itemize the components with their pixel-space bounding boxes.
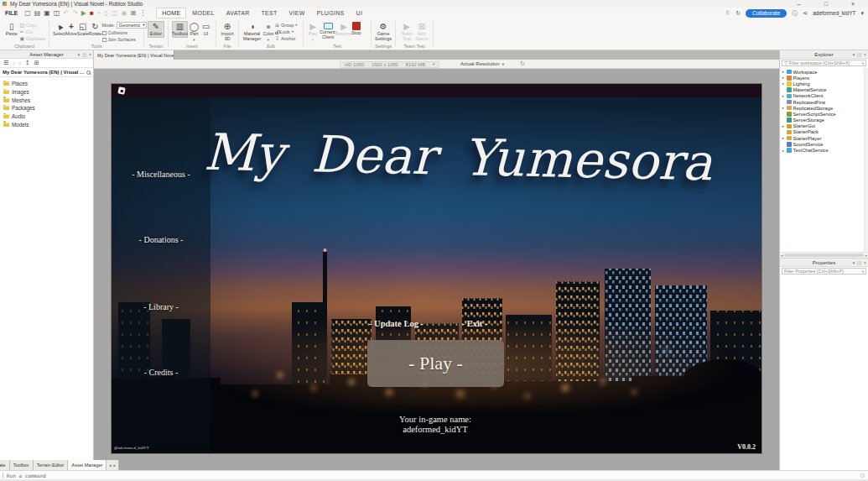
list-view-icon[interactable]: ☰ [3,60,8,66]
expand-arrow-icon[interactable]: ▸ [782,106,785,110]
panel-close-icon[interactable]: × [864,260,866,265]
explorer-item-startergui[interactable]: ▸ StarterGui [780,123,868,129]
ui-button[interactable]: ▭ UI [200,21,211,38]
toolbox-button[interactable]: ▥ Toolbox [172,21,188,38]
explorer-vertical-scrollbar[interactable] [864,68,868,252]
copy-icon[interactable]: ◫ [112,9,118,18]
paste-button[interactable]: ▯ Paste [3,21,19,38]
panel-float-icon[interactable]: ◳ [82,52,86,57]
panel-close-icon[interactable]: × [89,52,91,57]
customize-toolbar-icon[interactable]: ⋮ [139,9,146,18]
terrain-editor-button[interactable]: ✎ Editor [148,21,164,38]
explorer-item-serverscriptservice[interactable]: ServerScriptService [780,111,868,117]
scroll-left-icon[interactable]: ◂ [781,254,782,258]
device-selector[interactable]: HD 1080 1920 x 1080 8192 MB ▾ [340,61,439,68]
undo-icon[interactable]: ↶ [63,9,69,18]
menu-update-log[interactable]: - Update Log - [340,319,453,328]
scale-tool-button[interactable]: ◱ Scale [77,21,89,38]
redo-icon[interactable]: ↷ [72,9,78,18]
explorer-item-soundservice[interactable]: SoundService [780,141,868,147]
folder-meshes[interactable]: Meshes [0,96,93,104]
tab-ui[interactable]: UI [351,8,369,18]
minimize-button[interactable]: – [798,1,801,8]
import-3d-button[interactable]: ⊕ Import 3D [220,21,235,43]
stop-icon[interactable]: ■ [90,9,94,18]
new-file-icon[interactable]: ▢ [24,9,31,18]
document-tab[interactable]: My Dear Yumesora (EN) | Visual Novel × [94,50,174,60]
tab-view[interactable]: VIEW [283,8,311,18]
insert-icon[interactable]: + [97,9,101,18]
maximize-button[interactable]: □ [824,1,828,8]
menu-credits[interactable]: - Credits - [112,368,211,377]
menu-exit[interactable]: - Exit - [441,319,508,328]
folder-audio[interactable]: Audio [0,112,93,121]
tabs-scroll-right-icon[interactable]: ▸ [114,463,116,468]
expand-arrow-icon[interactable]: ▸ [782,81,785,86]
exit-game-button[interactable]: ⊠ Exit Game [414,21,429,43]
username-label[interactable]: adeformed_kidYT [813,10,855,16]
select-tool-button[interactable]: ▲ Select [53,21,65,38]
paste-icon[interactable]: ▯ [105,9,108,18]
game-settings-button[interactable]: ⚙ Game Settings [375,21,392,43]
play-button[interactable]: ▶ Play ▾ [307,21,319,43]
panel-float-icon[interactable]: ◳ [857,52,861,57]
tab-model[interactable]: MODEL [186,8,220,18]
panel-close-icon[interactable]: × [864,52,866,57]
group-button[interactable]: ⊞ Group ▾ [275,23,297,28]
expand-arrow-icon[interactable]: ▸ [782,76,785,80]
expand-arrow-icon[interactable]: ▸ [782,124,785,128]
tabs-scroll-left-icon[interactable]: ◂ [109,463,111,468]
join-surfaces-checkbox[interactable]: Join Surfaces [102,37,148,42]
expand-arrow-icon[interactable]: ▸ [782,70,785,74]
scroll-right-icon[interactable]: ▸ [865,254,867,258]
grid-view-icon[interactable]: ⊞ [34,60,39,66]
command-bar[interactable]: Run a command [0,470,868,479]
color-button[interactable]: ● Color ▾ [262,21,275,43]
menu-miscellaneous[interactable]: - Miscellaneous - [112,170,211,179]
tab-test[interactable]: TEST [256,8,283,18]
tab-plugins[interactable]: PLUGINS [311,8,351,18]
username-caret-icon[interactable]: ▾ [860,10,864,17]
roblox-menu-icon[interactable] [117,86,125,94]
folder-images[interactable]: Images [0,88,93,97]
file-menu-button[interactable]: FILE [5,10,18,16]
folder-packages[interactable]: Packages [0,104,93,112]
notifications-icon[interactable]: ⚐ [725,10,730,17]
material-manager-button[interactable]: ◑ Material Manager [242,21,262,43]
explorer-horizontal-scrollbar[interactable]: ◂ ▸ [780,252,868,258]
explorer-item-materialservice[interactable]: MaterialService [780,87,868,93]
folder-places[interactable]: Places [0,80,93,88]
explorer-item-starterplayer[interactable]: ▸ StarterPlayer [780,135,868,141]
bottom-tab-truncated[interactable]: ate [0,460,10,470]
explorer-filter-input[interactable]: ▽ Filter workspace (Ctrl+Shift+X) ▾ [782,60,866,66]
properties-filter-input[interactable]: Filter Properties (Ctrl+Shift+P) ▾ [782,268,866,274]
duplicate-button[interactable]: ▣ Duplicate [19,36,45,41]
back-icon[interactable]: ‹ [13,60,14,66]
explorer-item-starterpack[interactable]: StarterPack [780,129,868,135]
collaborate-button[interactable]: Collaborate [746,9,787,18]
explorer-item-lighting[interactable]: ▸ Lighting [780,81,868,86]
bottom-tab-terrain-editor[interactable]: Terrain Editor [34,460,69,470]
stop-button[interactable]: Stop [351,21,362,37]
expand-arrow-icon[interactable]: ▸ [782,136,785,140]
play-icon[interactable]: ▶ [81,9,86,18]
bottom-tab-asset-manager[interactable]: Asset Manager [68,460,107,470]
search-icon[interactable] [86,71,91,75]
command-bar-options-icon[interactable] [860,473,865,478]
mode-dropdown[interactable]: Geometric ▾ [117,22,148,29]
publish-icon[interactable]: ◫ [54,9,60,18]
game-viewport[interactable]: My Dear Yumesora - Miscellaneous - - Don… [94,69,779,460]
command-input-placeholder[interactable]: Run a command [7,473,46,478]
resume-button[interactable]: ▶ Resume [337,21,351,38]
expand-arrow-icon[interactable]: ▸ [782,149,785,153]
explorer-item-replicatedstorage[interactable]: ▸ ReplicatedStorage [780,105,868,111]
screenshot-icon[interactable]: ⊞ [130,9,136,18]
forward-icon[interactable]: › [19,60,21,66]
explorer-item-networkclient[interactable]: ▸ NetworkClient [780,93,868,99]
explorer-item-textchatservice[interactable]: ▸ TextChatService [780,147,868,153]
tab-home[interactable]: HOME [156,8,186,18]
copy-button[interactable]: ◫ Copy [19,23,45,28]
info-icon[interactable]: ⓘ [792,9,798,18]
panel-caret-icon[interactable]: ▾ [853,260,855,265]
folder-models[interactable]: Models [0,120,93,128]
